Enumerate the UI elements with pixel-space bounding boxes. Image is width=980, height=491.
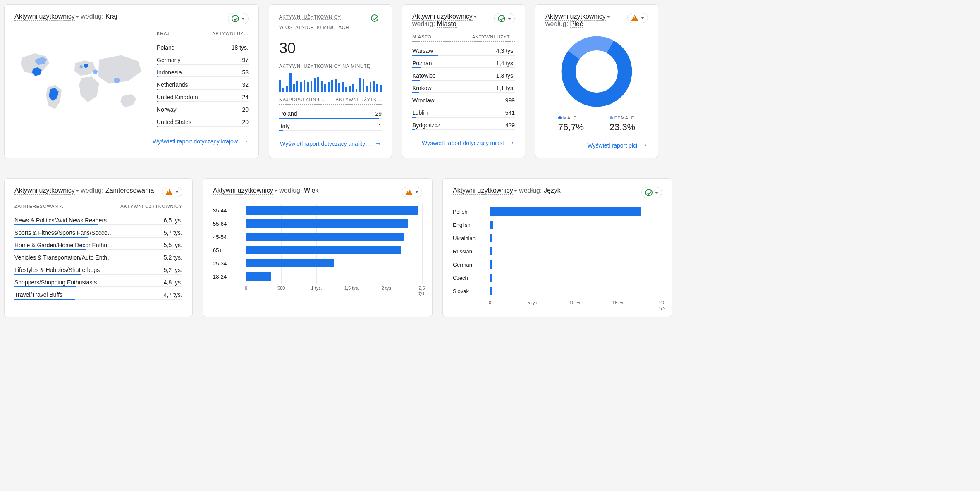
card-language: Aktywni użytkownicy według: Język Polish… [442, 178, 672, 317]
warning-icon [165, 189, 173, 195]
table-header: ZAINTERESOWANIA AKTYWNI UŻYTKOWNICY [14, 204, 182, 211]
table-row[interactable]: Netherlands32 [157, 79, 249, 89]
realtime-title2: W OSTATNICH 30 MINUTACH [279, 25, 349, 30]
bar-row: 35-44 [213, 204, 422, 217]
table-row[interactable]: Lifestyles & Hobbies/Shutterbugs5,2 tys. [14, 264, 182, 274]
card-age: Aktywni użytkownicy według: Wiek 35-4455… [203, 178, 433, 317]
check-circle-icon [498, 15, 505, 22]
table-header: NAJPOPULARNIE… AKTYWNI UŻYTK… [279, 97, 382, 105]
table-row[interactable]: Vehicles & Transportation/Auto Enth…5,2 … [14, 252, 182, 262]
row-bar [14, 286, 182, 287]
svg-point-1 [569, 43, 625, 100]
card-title[interactable]: Aktywni użytkownicy według: Język [453, 187, 561, 194]
table-row[interactable]: Italy1 [279, 120, 382, 130]
view-report-link[interactable]: Wyświetl raport płci→ [545, 141, 648, 150]
check-circle-icon [232, 15, 239, 22]
row-bar [157, 114, 249, 114]
card-title[interactable]: Aktywni użytkownicy według: Płeć [545, 13, 627, 28]
row-bar [14, 262, 182, 262]
arrow-right-icon: → [241, 137, 249, 145]
warning-icon [631, 15, 638, 21]
row-bar [157, 101, 249, 102]
row-bar [157, 126, 249, 127]
age-bar-chart: 35-4455-6445-5465+25-3418-24 05001 tys.1… [213, 204, 422, 294]
table-row[interactable]: Travel/Travel Buffs4,7 tys. [14, 289, 182, 299]
row-bar [412, 129, 515, 130]
card-city: Aktywni użytkownicy według: Miasto MIAST… [402, 4, 525, 158]
table-row[interactable]: Wroclaw999 [412, 95, 515, 105]
table-row[interactable]: Katowice1,3 tys. [412, 70, 515, 80]
bar-row: German [453, 258, 662, 271]
status-menu[interactable] [494, 13, 515, 24]
view-report-link[interactable]: Wyświetl raport dotyczący anality…→ [279, 139, 382, 148]
row-bar [412, 55, 515, 56]
card-title[interactable]: Aktywni użytkownicy według: Zainteresowa… [14, 187, 154, 194]
row-bar [412, 105, 515, 105]
bar-row: Polish [453, 205, 662, 218]
row-bar [157, 52, 249, 52]
table-header: MIASTO AKTYWNI UŻYT… [412, 34, 515, 42]
realtime-title1: AKTYWNI UŻYTKOWNICY [279, 14, 341, 20]
table-row[interactable]: Norway20 [157, 104, 249, 114]
check-circle-icon [371, 14, 378, 22]
arrow-right-icon: → [374, 139, 382, 148]
table-row[interactable]: United Kingdom24 [157, 91, 249, 101]
chevron-down-icon [514, 190, 517, 192]
chevron-down-icon [76, 16, 79, 18]
status-menu[interactable] [402, 187, 422, 197]
city-table: Warsaw4,3 tys.Poznan1,4 tys.Katowice1,3 … [412, 45, 515, 130]
table-row[interactable]: Poland29 [279, 108, 382, 118]
arrow-right-icon: → [641, 141, 648, 150]
status-menu[interactable] [641, 187, 662, 198]
arrow-right-icon: → [507, 138, 515, 147]
table-row[interactable]: Germany97 [157, 54, 249, 64]
world-map [14, 31, 147, 129]
language-bar-chart: PolishEnglishUkrainianRussianGermanCzech… [453, 205, 662, 308]
card-title[interactable]: Aktywni użytkownicy według: Miasto [412, 13, 494, 28]
realtime-count: 30 [279, 40, 382, 57]
row-bar [412, 80, 515, 81]
status-menu[interactable] [627, 13, 648, 23]
chevron-down-icon [641, 17, 644, 19]
table-row[interactable]: Poland18 tys. [157, 42, 249, 52]
chevron-down-icon [274, 190, 277, 192]
bar-row: Slovak [453, 284, 662, 298]
row-bar [14, 299, 182, 300]
chevron-down-icon [607, 16, 610, 18]
card-title[interactable]: Aktywni użytkownicy według: Kraj [14, 13, 117, 20]
table-row[interactable]: Indonesia53 [157, 67, 249, 76]
status-menu[interactable] [368, 13, 382, 24]
table-row[interactable]: United States20 [157, 116, 249, 126]
status-menu[interactable] [162, 187, 182, 197]
table-row[interactable]: Lublin541 [412, 107, 515, 117]
bar-row: Ukrainian [453, 231, 662, 245]
view-report-link[interactable]: Wyświetl raport dotyczący miast→ [412, 138, 515, 147]
view-report-link[interactable]: Wyświetl raport dotyczący krajów→ [14, 137, 249, 145]
bar-row: 25-34 [213, 257, 422, 270]
status-menu[interactable] [228, 13, 249, 24]
card-realtime: AKTYWNI UŻYTKOWNICY W OSTATNICH 30 MINUT… [269, 4, 392, 158]
table-row[interactable]: Sports & Fitness/Sports Fans/Socce…5,7 t… [14, 227, 182, 237]
table-row[interactable]: Warsaw4,3 tys. [412, 45, 515, 55]
interests-table: News & Politics/Avid News Readers…6,5 ty… [14, 215, 182, 300]
table-row[interactable]: Krakow1,1 tys. [412, 82, 515, 92]
table-row[interactable]: Home & Garden/Home Decor Enthu…5,5 tys. [14, 239, 182, 249]
table-row[interactable]: News & Politics/Avid News Readers…6,5 ty… [14, 215, 182, 224]
row-bar [14, 224, 182, 225]
card-interests: Aktywni użytkownicy według: Zainteresowa… [4, 178, 193, 317]
chevron-down-icon [655, 192, 658, 194]
chevron-down-icon [76, 190, 79, 192]
chevron-down-icon [508, 18, 511, 20]
check-circle-icon [645, 189, 653, 196]
row-bar [14, 274, 182, 275]
bar-row: Czech [453, 271, 662, 284]
row-bar [14, 249, 182, 250]
table-row[interactable]: Poznan1,4 tys. [412, 57, 515, 67]
table-row[interactable]: Bydgoszcz429 [412, 119, 515, 129]
card-title[interactable]: Aktywni użytkownicy według: Wiek [213, 187, 318, 194]
row-bar [412, 92, 515, 93]
table-row[interactable]: Shoppers/Shopping Enthusiasts4,8 tys. [14, 276, 182, 286]
bar-row: 18-24 [213, 270, 422, 283]
chevron-down-icon [415, 191, 418, 193]
sparkline-chart [279, 72, 382, 92]
